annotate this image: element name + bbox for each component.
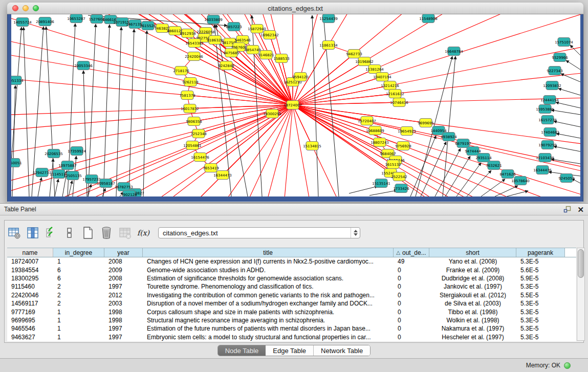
graph-node[interactable]: 7632621 <box>486 161 502 170</box>
cell-out_de[interactable]: 49 <box>394 257 429 266</box>
cell-in_degree[interactable]: 1 <box>53 316 104 324</box>
cell-year[interactable]: 1998 <box>104 308 143 316</box>
graph-node[interactable]: 16157278 <box>538 116 557 124</box>
vertical-scrollbar[interactable] <box>577 248 585 341</box>
graph-node[interactable]: 7902128 <box>121 190 137 197</box>
zoom-window-button[interactable] <box>33 5 39 11</box>
cell-out_de[interactable]: 0 <box>394 282 429 291</box>
graph-node[interactable]: 15953885 <box>536 105 554 114</box>
graph-node[interactable]: 9475685 <box>223 49 239 57</box>
cell-short[interactable]: de Silva et al. (2003) <box>429 299 516 308</box>
cell-in_degree[interactable]: 1 <box>53 324 104 333</box>
table-row[interactable]: 1830029562008Estimation of significance … <box>7 274 576 282</box>
cell-title[interactable]: Structural magnetic resonance image aver… <box>143 316 394 324</box>
cell-name[interactable]: 19384554 <box>7 266 53 274</box>
column-header-out_de[interactable]: △out_de... <box>394 248 429 257</box>
graph-node[interactable]: 14055724 <box>13 18 32 27</box>
cell-short[interactable]: Jankovic et al. (1997) <box>429 282 516 291</box>
graph-node[interactable]: 7252348 <box>190 129 206 138</box>
graph-node[interactable]: 15135141 <box>372 179 390 188</box>
column-header-year[interactable]: year <box>104 248 143 257</box>
column-header-pagerank[interactable]: pagerank <box>516 248 565 257</box>
show-columns-icon[interactable] <box>45 226 58 239</box>
cell-in_degree[interactable]: 6 <box>53 274 104 282</box>
graph-node[interactable]: 12161612 <box>386 90 404 98</box>
graph-node[interactable]: 15134815 <box>303 142 321 150</box>
graph-node[interactable]: 8912934 <box>180 29 196 38</box>
close-panel-icon[interactable]: ✕ <box>577 206 584 213</box>
cell-year[interactable]: 2003 <box>104 299 143 308</box>
graph-node[interactable]: 8186328 <box>207 36 223 45</box>
graph-node[interactable]: 9462733 <box>346 50 362 58</box>
graph-node[interactable]: 15720407 <box>358 117 376 125</box>
graph-node[interactable]: 2051334 <box>11 76 24 85</box>
graph-node[interactable]: 11861334 <box>319 41 338 50</box>
graph-node[interactable]: 20053346 <box>74 61 93 70</box>
cell-pagerank[interactable]: 5.3E-5 <box>516 282 565 291</box>
graph-node[interactable]: 16344476 <box>533 166 552 174</box>
graph-node[interactable]: 9806358 <box>186 117 202 126</box>
graph-node[interactable]: 19079259 <box>538 141 557 149</box>
graph-node[interactable]: 1733426 <box>393 184 409 193</box>
delete-column-icon[interactable] <box>100 226 113 239</box>
cell-out_de[interactable]: 0 <box>394 299 429 308</box>
graph-node[interactable]: 16962342 <box>260 31 279 39</box>
cell-pagerank[interactable]: 5.3E-5 <box>516 257 565 266</box>
graph-node[interactable]: 17404683 <box>541 128 559 137</box>
graph-node[interactable]: 7653419 <box>203 164 219 172</box>
graph-node[interactable]: 9146821 <box>258 51 274 59</box>
graph-node[interactable]: 10688609 <box>366 126 384 135</box>
cell-out_de[interactable]: 0 <box>394 333 429 341</box>
select-columns-icon[interactable] <box>26 226 39 239</box>
cell-short[interactable]: Hescheler et al. (1997) <box>429 333 516 341</box>
graph-node[interactable]: 15751074 <box>555 38 573 47</box>
graph-node[interactable]: 16033809 <box>204 15 223 24</box>
table-row[interactable]: 969969511998Structural magnetic resonanc… <box>7 316 576 324</box>
cell-year[interactable]: 2009 <box>104 266 143 274</box>
cell-year[interactable]: 2008 <box>104 274 143 282</box>
graph-node[interactable]: 16648784 <box>445 47 463 56</box>
table-row[interactable]: 911546021997Tourette syndrome. Phenomeno… <box>7 282 576 291</box>
table-row[interactable]: 946554611997Estimation of the future num… <box>7 324 576 333</box>
dropdown-spinner-icon[interactable] <box>351 228 360 238</box>
graph-node[interactable]: 12444154 <box>540 96 559 104</box>
column-header-in_degree[interactable]: in_degree <box>53 248 104 257</box>
graph-node[interactable]: 17359924 <box>68 147 86 156</box>
memory-status-indicator[interactable] <box>564 362 571 369</box>
cell-name[interactable]: 18300295 <box>7 274 53 282</box>
float-window-icon[interactable] <box>563 206 571 213</box>
graph-node[interactable]: 9242848 <box>218 61 234 70</box>
close-window-button[interactable] <box>12 5 18 11</box>
cell-title[interactable]: Tourette syndrome. Phenomenology and cla… <box>143 282 394 291</box>
cell-title[interactable]: Estimation of the future numbers of pati… <box>143 324 394 333</box>
graph-node[interactable]: 12942737 <box>33 168 51 177</box>
column-header-short[interactable]: short <box>429 248 516 257</box>
cell-short[interactable]: Nakamura et al. (1997) <box>429 324 516 333</box>
tab-network-table[interactable]: Network Table <box>313 345 370 356</box>
graph-node[interactable]: 12103438 <box>536 154 554 162</box>
table-select-dropdown[interactable]: citations_edges.txt <box>158 227 360 238</box>
graph-node[interactable]: 12054861 <box>183 141 202 150</box>
cell-year[interactable]: 1997 <box>104 333 143 341</box>
cell-pagerank[interactable]: 5.3E-5 <box>516 324 565 333</box>
cell-in_degree[interactable]: 6 <box>53 266 104 274</box>
graph-node[interactable]: 10746416 <box>390 98 408 107</box>
graph-node[interactable]: 8471626 <box>499 170 516 179</box>
cell-name[interactable]: 9777169 <box>7 308 53 316</box>
cell-out_de[interactable]: 0 <box>394 291 429 299</box>
graph-node[interactable]: 2522542 <box>391 172 407 181</box>
cell-pagerank[interactable]: 5.3E-5 <box>516 316 565 324</box>
scrollbar-thumb[interactable] <box>578 249 584 278</box>
graph-node[interactable]: 9245052 <box>558 174 574 183</box>
column-header-name[interactable]: name <box>7 248 53 257</box>
cell-short[interactable]: Dudbridge et al. (2008) <box>429 274 516 282</box>
table-settings-icon[interactable] <box>8 226 21 239</box>
window-titlebar[interactable]: citations_edges.txt <box>7 3 583 14</box>
cell-name[interactable]: 9115460 <box>7 282 53 291</box>
table-row[interactable]: 2242004622012Investigating the contribut… <box>7 291 576 299</box>
cell-short[interactable]: Stergiakouli et al. (2012) <box>429 291 516 299</box>
cell-name[interactable]: 9465546 <box>7 324 53 333</box>
cell-out_de[interactable]: 0 <box>394 266 429 274</box>
cell-name[interactable]: 9463627 <box>7 333 53 341</box>
cell-title[interactable]: Investigating the contribution of common… <box>143 291 394 299</box>
